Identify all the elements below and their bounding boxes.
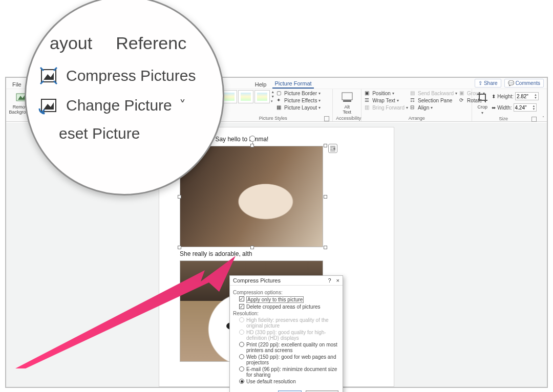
rotate-handle[interactable] [249, 136, 256, 142]
res-default-radio[interactable]: Use default resolution [239, 379, 338, 384]
chevron-down-icon: ▾ [318, 98, 321, 103]
res-web-radio[interactable]: Web (150 ppi): good for web pages and pr… [239, 354, 338, 365]
height-icon: ⬍ [492, 94, 496, 99]
wrap-text-button[interactable]: ☰Wrap Text▾ [365, 97, 408, 103]
resize-handle[interactable] [324, 144, 327, 147]
apply-only-checkbox-row[interactable]: ✓ Apply only to this picture [239, 296, 338, 303]
dialog-title: Compress Pictures [233, 277, 281, 284]
picture-border-icon: ▢ [276, 90, 283, 96]
resize-handle[interactable] [324, 195, 327, 199]
zoom-compress-label: Compress Pictures [66, 67, 196, 84]
inserted-picture-1[interactable] [180, 146, 323, 247]
dialog-launcher-icon[interactable] [531, 117, 537, 122]
position-button[interactable]: ▣Position▾ [365, 90, 408, 96]
resize-handle[interactable] [250, 246, 254, 249]
height-field-row: ⬍ Height: ▲▼ [492, 92, 539, 100]
res-email-radio[interactable]: E-mail (96 ppi): minimize document size … [239, 366, 338, 378]
collapse-ribbon-icon[interactable]: ˄ [542, 116, 544, 120]
checkbox-checked-icon[interactable]: ✓ [239, 304, 244, 309]
picture-layout-button[interactable]: ▦Picture Layout▾ [276, 104, 321, 111]
picture-effects-label: Picture Effects [284, 98, 317, 103]
gallery-up-icon[interactable]: ▲ [271, 90, 274, 94]
section-label: Resolution: [233, 311, 338, 316]
rotate-icon: ⟳ [459, 97, 465, 103]
width-label: Width: [497, 105, 512, 111]
res-print-radio[interactable]: Print (220 ppi): excellent quality on mo… [239, 342, 338, 353]
delete-cropped-label: Delete cropped areas of pictures [246, 304, 321, 310]
tab-help[interactable]: Help [253, 80, 269, 89]
resize-handle[interactable] [178, 246, 181, 249]
res-email-label: E-mail (96 ppi): minimize document size … [246, 366, 338, 378]
align-label: Align [418, 105, 429, 111]
alt-text-button[interactable]: AltText [336, 90, 358, 116]
picture-border-button[interactable]: ▢Picture Border▾ [276, 90, 321, 96]
tab-file[interactable]: File [9, 80, 25, 89]
picture-effects-icon: ✦ [276, 97, 283, 103]
alt-text-icon [341, 91, 353, 103]
picture-styles-gallery[interactable]: ▲ ▼ ▾ [222, 90, 274, 103]
radio-selected-icon[interactable] [239, 379, 244, 384]
bring-forward-icon: ▥ [365, 104, 371, 111]
height-label: Height: [497, 94, 514, 99]
section-label: Compression options: [233, 290, 338, 295]
zoom-compress-pictures: Compress Pictures [38, 66, 218, 86]
tab-picture-format[interactable]: Picture Format [272, 79, 313, 89]
comments-label: Comments [516, 80, 540, 86]
gallery-down-icon[interactable]: ▼ [271, 95, 274, 98]
doc-text-line: She really is adorable, alth [180, 250, 373, 257]
zoom-reset-picture: eset Picture [38, 125, 218, 142]
send-backward-label: Send Backward [418, 91, 454, 96]
wrap-text-icon: ☰ [365, 97, 371, 103]
selection-pane-button[interactable]: ☶Selection Pane [410, 97, 457, 103]
layout-options-button[interactable] [328, 144, 337, 153]
bring-forward-button[interactable]: ▥Bring Forward▾ [365, 104, 408, 111]
send-backward-icon: ▤ [410, 90, 416, 96]
svg-marker-9 [44, 102, 54, 110]
resize-handle[interactable] [178, 195, 181, 199]
dialog-launcher-icon[interactable] [324, 116, 329, 121]
crop-button[interactable]: Crop ▾ [475, 90, 490, 116]
checkbox-checked-icon[interactable]: ✓ [239, 296, 244, 301]
picture-effects-button[interactable]: ✦Picture Effects▾ [276, 97, 321, 103]
crop-icon [476, 91, 488, 103]
dialog-close-button[interactable]: × [336, 277, 339, 284]
selection-pane-icon: ☶ [410, 97, 416, 103]
svg-rect-4 [333, 147, 335, 150]
resize-handle[interactable] [324, 246, 327, 249]
share-icon: ⇪ [478, 80, 482, 86]
group-label-picture-styles: Picture Styles [222, 116, 324, 121]
position-icon: ▣ [365, 90, 371, 96]
width-field-row: ⬌ Width: ▲▼ [492, 103, 539, 112]
svg-marker-7 [44, 73, 54, 80]
share-button[interactable]: ⇪ Share [475, 79, 501, 88]
wrap-text-label: Wrap Text [372, 98, 395, 103]
chevron-down-icon: ▾ [318, 105, 321, 110]
alt-text-label: AltText [343, 104, 351, 115]
share-label: Share [484, 80, 498, 86]
comments-button[interactable]: 💬 Comments [504, 79, 544, 88]
gallery-more-icon[interactable]: ▾ [271, 99, 274, 103]
width-input[interactable]: ▲▼ [514, 103, 537, 112]
res-high-radio: High fidelity: preserves quality of the … [239, 317, 338, 329]
zoom-change-label: Change Picture [66, 97, 172, 114]
align-button[interactable]: ⊟Align▾ [410, 104, 457, 111]
res-hd-radio: HD (330 ppi): good quality for high-defi… [239, 330, 338, 341]
selection-pane-label: Selection Pane [418, 98, 452, 103]
delete-cropped-checkbox-row[interactable]: ✓ Delete cropped areas of pictures [239, 304, 338, 310]
chevron-down-icon: ▾ [318, 91, 321, 96]
zoom-reset-label: eset Picture [59, 125, 140, 142]
send-backward-button[interactable]: ▤Send Backward▾ [410, 90, 457, 96]
style-thumb[interactable] [238, 90, 253, 103]
svg-rect-3 [343, 100, 351, 102]
dialog-help-button[interactable]: ? [328, 277, 331, 284]
resize-handle[interactable] [250, 144, 254, 147]
style-thumb[interactable] [254, 90, 270, 103]
res-default-label: Use default resolution [246, 379, 296, 384]
group-label-size: Size [475, 116, 531, 122]
picture-border-label: Picture Border [284, 91, 317, 96]
bring-forward-label: Bring Forward [372, 105, 405, 111]
crop-label: Crop [477, 104, 487, 110]
height-input[interactable]: ▲▼ [515, 92, 539, 100]
compress-pictures-dialog: Compress Pictures ? × Compression option… [229, 275, 343, 392]
chevron-down-icon: ˅ [179, 98, 186, 114]
